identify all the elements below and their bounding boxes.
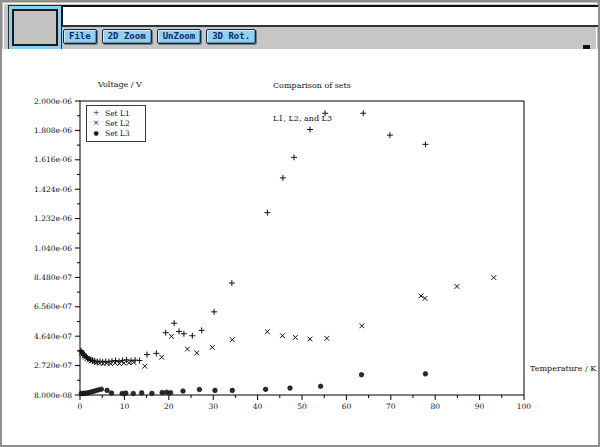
marker-circle — [197, 387, 202, 392]
marker-cross — [360, 323, 365, 328]
marker-cross — [230, 337, 235, 342]
marker-cross — [308, 337, 313, 342]
marker-plus — [360, 110, 366, 116]
y-tick-label: 4.640e-07 — [34, 332, 72, 341]
legend-entry: ×Set L2 — [87, 118, 145, 128]
marker-plus — [229, 280, 235, 286]
legend-cross-icon: × — [87, 118, 105, 128]
rot-3d-button[interactable]: 3D Rot. — [206, 29, 256, 44]
marker-circle — [359, 372, 364, 377]
window-chrome: File 2D Zoom UnZoom 3D Rot. — [4, 4, 596, 50]
marker-circle — [318, 384, 323, 389]
marker-cross — [455, 284, 460, 289]
legend-box: +Set L1×Set L2●Set L3 — [86, 105, 146, 142]
chart-title-line2: L1, L2, and L3 — [273, 113, 351, 124]
x-axis-label: Temperature / K — [530, 364, 596, 373]
x-tick-label: 50 — [297, 402, 307, 411]
scilab-graphics-window: File 2D Zoom UnZoom 3D Rot. 010203040506… — [0, 0, 600, 447]
marker-plus — [136, 358, 142, 364]
marker-circle — [213, 388, 218, 393]
marker-plus — [189, 333, 195, 339]
unzoom-button[interactable]: UnZoom — [157, 29, 202, 44]
legend-circle-icon: ● — [87, 128, 105, 138]
marker-cross — [324, 336, 329, 341]
marker-circle — [288, 386, 293, 391]
x-tick-label: 80 — [430, 402, 440, 411]
x-tick-label: 40 — [253, 402, 263, 411]
y-tick-label: 6.560e-07 — [34, 302, 72, 311]
marker-cross — [491, 275, 496, 280]
y-tick-label: 8.000e-08 — [34, 391, 72, 400]
marker-cross — [142, 364, 147, 369]
legend-label: Set L3 — [105, 129, 130, 138]
legend-label: Set L1 — [105, 109, 130, 118]
marker-circle — [131, 391, 136, 396]
y-tick-label: 1.616e-06 — [34, 155, 72, 164]
legend-entry: +Set L1 — [87, 108, 145, 118]
marker-circle — [423, 372, 428, 377]
legend-label: Set L2 — [105, 119, 130, 128]
marker-circle — [99, 387, 104, 392]
marker-cross — [185, 347, 190, 352]
y-tick-label: 2.720e-07 — [34, 361, 72, 370]
marker-plus — [280, 175, 286, 181]
marker-plus — [199, 327, 205, 333]
y-tick-label: 1.808e-06 — [34, 126, 72, 135]
marker-plus — [422, 141, 428, 147]
marker-plus — [264, 210, 270, 216]
y-axis-label: Voltage / V — [98, 80, 142, 89]
marker-cross — [159, 355, 164, 360]
x-tick-label: 30 — [208, 402, 218, 411]
legend-plus-icon: + — [87, 108, 105, 118]
chart-title: Comparison of sets L1, L2, and L3 — [273, 58, 351, 146]
marker-plus — [153, 350, 159, 356]
marker-plus — [144, 352, 150, 358]
x-tick-label: 0 — [78, 402, 83, 411]
x-tick-label: 90 — [475, 402, 485, 411]
marker-circle — [168, 390, 173, 395]
y-tick-label: 8.480e-07 — [34, 273, 72, 282]
marker-cross — [169, 334, 174, 339]
file-button[interactable]: File — [63, 29, 97, 44]
app-icon-panel[interactable] — [9, 6, 61, 49]
y-tick-label: 1.232e-06 — [34, 214, 72, 223]
x-tick-label: 20 — [164, 402, 174, 411]
message-bar — [61, 5, 600, 27]
marker-plus — [171, 320, 177, 326]
marker-circle — [263, 387, 268, 392]
marker-circle — [105, 388, 110, 393]
x-tick-label: 10 — [120, 402, 130, 411]
marker-plus — [163, 330, 169, 336]
x-tick-label: 70 — [386, 402, 396, 411]
marker-circle — [230, 388, 235, 393]
marker-plus — [211, 309, 217, 315]
chart-title-line1: Comparison of sets — [273, 80, 351, 91]
marker-circle — [150, 391, 155, 396]
marker-circle — [181, 389, 186, 394]
y-tick-label: 2.000e-06 — [34, 97, 72, 106]
x-tick-label: 60 — [342, 402, 352, 411]
plot-canvas: 01020304050607080901002.000e-061.808e-06… — [2, 49, 600, 447]
marker-circle — [139, 391, 144, 396]
legend-entry: ●Set L3 — [87, 128, 145, 138]
marker-cross — [194, 350, 199, 355]
marker-circle — [123, 391, 128, 396]
marker-cross — [280, 333, 285, 338]
zoom-2d-button[interactable]: 2D Zoom — [102, 29, 152, 44]
marker-cross — [210, 345, 215, 350]
marker-circle — [160, 390, 165, 395]
marker-circle — [109, 391, 114, 396]
toolbar: File 2D Zoom UnZoom 3D Rot. — [63, 29, 256, 44]
marker-plus — [387, 132, 393, 138]
marker-cross — [265, 329, 270, 334]
y-tick-label: 1.424e-06 — [34, 185, 72, 194]
y-tick-label: 1.040e-06 — [34, 244, 72, 253]
marker-cross — [293, 335, 298, 340]
x-tick-label: 100 — [517, 402, 532, 411]
marker-plus — [291, 154, 297, 160]
